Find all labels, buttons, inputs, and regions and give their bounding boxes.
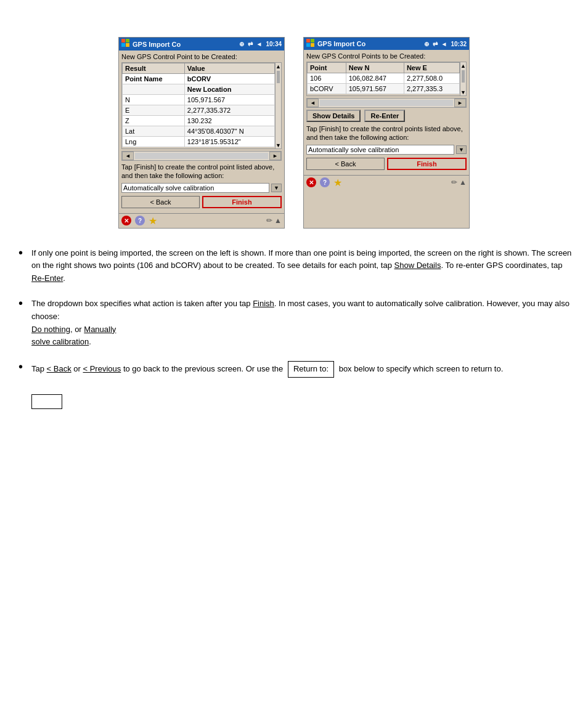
svg-rect-6 (306, 43, 310, 47)
left-table-wrapper: Result Value Point Name bCORV (121, 62, 282, 149)
back-link: < Back (47, 364, 71, 373)
left-titlebar: GPS Import Co ⊕ ⇄ ◄ 10:34 (119, 38, 284, 51)
table-row: 106 106,082.847 2,277,508.0 (308, 73, 460, 84)
right-help-icon[interactable]: ? (320, 177, 330, 187)
right-titlebar: GPS Import Co ⊕ ⇄ ◄ 10:32 (304, 38, 469, 50)
return-to-box: Return to: (288, 361, 334, 378)
bullet-section-3: • Tap < Back or < Previous to go back to… (12, 361, 576, 413)
left-dropdown-arrow[interactable]: ▼ (271, 184, 282, 192)
left-star-icon[interactable]: ★ (149, 215, 157, 227)
bullet-section-2: • The dropdown box specifies what action… (12, 298, 576, 349)
right-finish-button[interactable]: Finish (387, 158, 467, 170)
left-col-value: Value (184, 63, 274, 74)
right-col-newn: New N (346, 63, 404, 73)
right-scrollbar[interactable]: ▲ ▼ (460, 62, 466, 95)
right-horiz-scroll[interactable]: ◄ ► (306, 98, 467, 108)
right-close-icon[interactable]: ✕ (306, 177, 316, 187)
bullet-dot-2: • (18, 296, 23, 349)
left-sync-icon: ⇄ (248, 41, 253, 47)
table-row: Z 130.232 (123, 116, 275, 126)
screenshots-row: GPS Import Co ⊕ ⇄ ◄ 10:34 New GPS Contro… (12, 37, 576, 229)
right-dropdown[interactable]: Automatically solve calibration Do nothi… (306, 145, 454, 155)
left-device: GPS Import Co ⊕ ⇄ ◄ 10:34 New GPS Contro… (118, 37, 285, 229)
right-pen-icon[interactable]: ✏ ▲ (451, 178, 467, 187)
right-two-btn-row: Show Details Re-Enter (306, 110, 467, 122)
right-button-row: < Back Finish (306, 158, 467, 170)
left-tap-text: Tap [Finish] to create the control point… (121, 163, 282, 181)
finish-link: Finish (253, 299, 274, 308)
left-windows-logo (121, 39, 130, 49)
svg-rect-5 (311, 39, 314, 43)
re-enter-link: Re-Enter (31, 274, 63, 283)
left-time: 10:34 (266, 41, 282, 47)
show-details-link: Show Details (394, 261, 441, 270)
right-data-table: Point New N New E 106 106,082.847 2,277,… (307, 62, 460, 94)
left-col-result: Result (123, 63, 185, 74)
right-sync-icon: ⇄ (433, 41, 438, 47)
solve-calibration-link: solve calibration (31, 337, 89, 346)
right-content: New GPS Control Points to be Created: Po… (304, 50, 469, 175)
bullet-content-1: If only one point is being imported, the… (31, 247, 576, 285)
right-taskbar: ✕ ? ★ ✏ ▲ (304, 175, 469, 190)
right-col-newe: New E (404, 63, 459, 73)
left-subtitle: New GPS Control Point to be Created: (121, 53, 282, 60)
do-nothing-link: Do nothing (31, 325, 70, 334)
svg-rect-4 (306, 39, 310, 43)
left-help-icon[interactable]: ? (135, 216, 145, 225)
svg-rect-7 (311, 43, 314, 47)
right-col-point: Point (308, 63, 346, 73)
left-dropdown[interactable]: Automatically solve calibration Do nothi… (121, 183, 269, 193)
right-time: 10:32 (451, 41, 467, 47)
return-screen-input[interactable] (31, 394, 62, 409)
right-windows-logo (306, 39, 315, 49)
table-row: Point Name bCORV (123, 74, 275, 84)
left-pen-icon[interactable]: ✏ ▲ (266, 216, 282, 225)
right-volume-icon: ◄ (441, 41, 447, 47)
table-row: bCORV 105,971.567 2,277,335.3 (308, 84, 460, 94)
right-signal-icon: ⊕ (424, 41, 429, 47)
table-row: New Location (123, 84, 275, 95)
right-back-button[interactable]: < Back (306, 158, 385, 170)
left-back-button[interactable]: < Back (121, 196, 200, 208)
page-container: GPS Import Co ⊕ ⇄ ◄ 10:34 New GPS Contro… (0, 0, 588, 714)
right-dropdown-row: Automatically solve calibration Do nothi… (306, 145, 467, 155)
left-taskbar: ✕ ? ★ ✏ ▲ (119, 213, 284, 228)
table-row: Lng 123°18'15.95312" (123, 137, 275, 147)
left-content: New GPS Control Point to be Created: Res… (119, 51, 284, 213)
re-enter-button[interactable]: Re-Enter (364, 110, 405, 122)
bullet-content-2: The dropdown box specifies what action i… (31, 298, 576, 349)
right-title: GPS Import Co (317, 40, 365, 47)
svg-rect-0 (121, 39, 125, 43)
left-signal-icon: ⊕ (239, 41, 244, 47)
left-dropdown-row: Automatically solve calibration Do nothi… (121, 183, 282, 193)
right-tap-text: Tap [Finish] to create the control point… (306, 124, 467, 142)
left-data-table: Result Value Point Name bCORV (122, 63, 275, 147)
left-scrollbar[interactable]: ▲ ▼ (275, 63, 281, 148)
bullet-dot-1: • (18, 246, 23, 285)
svg-rect-2 (121, 43, 125, 47)
table-row: N 105,971.567 (123, 95, 275, 105)
previous-link: < Previous (83, 364, 121, 373)
left-horiz-scroll[interactable]: ◄ ► (121, 151, 282, 161)
bullet-dot-3: • (18, 360, 23, 413)
left-finish-button[interactable]: Finish (202, 196, 282, 208)
left-button-row: < Back Finish (121, 196, 282, 208)
show-details-button[interactable]: Show Details (306, 110, 361, 122)
manually-link: Manually (84, 325, 116, 334)
svg-rect-1 (126, 39, 129, 43)
right-table-wrapper: Point New N New E 106 106,082.847 2,277,… (306, 62, 467, 96)
left-title: GPS Import Co (133, 41, 181, 48)
left-volume-icon: ◄ (256, 41, 263, 47)
right-device: GPS Import Co ⊕ ⇄ ◄ 10:32 New GPS Contro… (303, 37, 470, 229)
left-close-icon[interactable]: ✕ (121, 216, 131, 225)
table-row: Lat 44°35'08.40307" N (123, 126, 275, 137)
right-dropdown-arrow[interactable]: ▼ (456, 145, 467, 154)
bullet-content-3: Tap < Back or < Previous to go back to t… (31, 361, 576, 413)
svg-rect-3 (126, 43, 129, 47)
table-row: E 2,277,335.372 (123, 105, 275, 116)
right-subtitle: New GPS Control Points to be Created: (306, 52, 467, 60)
right-star-icon[interactable]: ★ (333, 177, 342, 189)
bullet-section-1: • If only one point is being imported, t… (12, 247, 576, 285)
